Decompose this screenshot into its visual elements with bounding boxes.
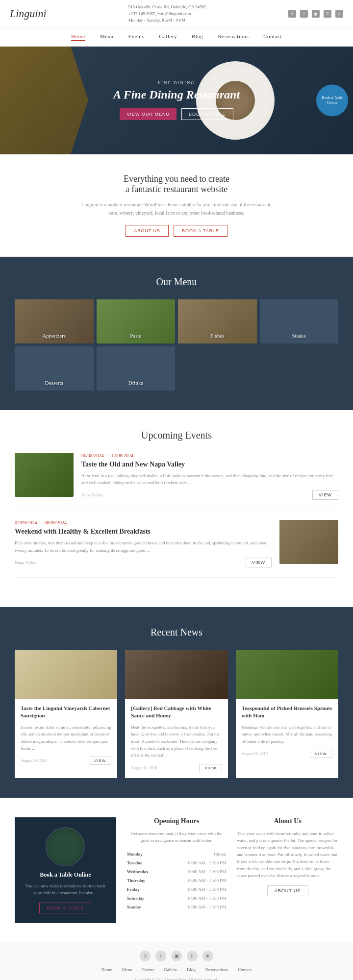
instagram-icon[interactable]: ▣ [312, 10, 320, 18]
news-view-button-2[interactable]: VIEW [199, 764, 222, 772]
menu-item-drinks[interactable]: Drinks [97, 346, 176, 391]
hours-row-saturday: Saturday 10:00 AM - 11:00 PM [127, 894, 227, 902]
menu-item-desserts[interactable]: Desserts [15, 346, 94, 391]
nav-events[interactable]: Events [128, 33, 145, 41]
address: 915 Oakville Cross Rd, Oakville, CA 9456… [128, 4, 206, 11]
hours-day-tuesday: Tuesday [127, 859, 162, 867]
footer-social-icons: 𝕏 f ▣ P ⊕ [8, 951, 345, 961]
hero-tagline: Fine Dining [113, 80, 240, 85]
menu-grid: Appetizers Pasta Fishes Steaks Desserts … [15, 299, 338, 391]
footer-nav-home[interactable]: Home [101, 967, 112, 972]
hours-time-friday: 10:00 AM - 11:00 PM [163, 885, 226, 893]
events-section: Upcoming Events 06/08/2024 — 12/08/2024 … [0, 410, 353, 608]
book-table-circle[interactable]: Book a Table Online [316, 84, 348, 116]
footer-nav-menu[interactable]: Menu [122, 967, 132, 972]
event-image-1 [15, 453, 74, 497]
events-section-title: Upcoming Events [15, 430, 338, 441]
news-card-3: Teaspoonful of Picked Brussels Sprouts w… [236, 650, 338, 778]
hero-title: A Fine Dining Restaurant [113, 88, 240, 101]
news-title-3: Teaspoonful of Picked Brussels Sprouts w… [242, 705, 332, 720]
footer-instagram-icon[interactable]: ▣ [171, 951, 182, 961]
event-view-button-2[interactable]: VIEW [246, 558, 272, 567]
site-logo[interactable]: Linguini [10, 7, 47, 20]
footer-about-desc: Take your sauce with bread-crumbs, and p… [237, 830, 338, 880]
menu-section: Our Menu Appetizers Pasta Fishes Steaks … [0, 257, 353, 410]
event-info-1: 06/08/2024 — 12/08/2024 Taste the Old an… [81, 453, 338, 500]
social-icons: 𝕏 f ▣ P ⚙ [288, 10, 343, 18]
top-header: Linguini 915 Oakville Cross Rd, Oakville… [0, 0, 353, 28]
news-body-2: [Gallery] Red Cabbage with White Sauce a… [125, 699, 227, 778]
footer-nav-events[interactable]: Events [142, 967, 154, 972]
event-meta-2: Napa Valley VIEW [15, 558, 272, 567]
facebook-icon[interactable]: f [300, 10, 308, 18]
nav-contact[interactable]: Contact [263, 33, 282, 41]
news-date-3: August 10, 2016 [242, 752, 268, 756]
footer-nav-contact[interactable]: Contact [238, 967, 252, 972]
footer-book-section: Book a Table Online You can now make res… [15, 817, 116, 923]
news-body-1: Taste the Linguini Vineyards Cabernet Sa… [15, 699, 117, 771]
about-description: Linguini is a modern restaurant WordPres… [78, 200, 275, 217]
book-table-hero-button[interactable]: BOOK A TABLE [181, 108, 233, 120]
news-meta-3: August 10, 2016 VIEW [242, 750, 332, 758]
footer-twitter-icon[interactable]: 𝕏 [140, 951, 151, 961]
about-us-button[interactable]: ABOUT US [126, 225, 169, 237]
hero-section: Fine Dining A Fine Dining Restaurant VIE… [0, 47, 353, 154]
hours-day-monday: Monday [127, 850, 162, 858]
hours-time-tuesday: 10:00 AM - 11:00 PM [163, 859, 226, 867]
menu-item-fishes[interactable]: Fishes [178, 299, 257, 343]
footer-about-button[interactable]: ABOUT US [267, 885, 308, 896]
menu-section-title: Our Menu [15, 276, 338, 288]
menu-item-appetizers[interactable]: Appetizers [15, 299, 94, 343]
event-info-2: 07/09/2024 — 08/09/2024 Weekend with Hea… [15, 520, 272, 567]
footer-book-circle [46, 827, 85, 866]
nav-reservations[interactable]: Reservations [218, 33, 249, 41]
event-card-2: 07/09/2024 — 08/09/2024 Weekend with Hea… [15, 520, 338, 578]
phone: +132 145.6987, info@linguini.com [128, 11, 206, 18]
menu-item-steaks[interactable]: Steaks [260, 299, 339, 343]
event-card-1: 06/08/2024 — 12/08/2024 Taste the Old an… [15, 453, 338, 511]
nav-menu[interactable]: Menu [100, 33, 114, 41]
desserts-label: Desserts [45, 380, 63, 386]
footer-info: Book a Table Online You can now make res… [0, 798, 353, 943]
news-view-button-3[interactable]: VIEW [310, 750, 332, 758]
view-menu-button[interactable]: VIEW OUR MENU [120, 108, 176, 120]
event-date-1: 06/08/2024 — 12/08/2024 [81, 453, 338, 458]
news-body-3: Teaspoonful of Picked Brussels Sprouts w… [236, 699, 338, 764]
footer-pinterest-icon[interactable]: P [187, 951, 198, 961]
footer-book-button[interactable]: BOOK A TABLE [39, 903, 91, 913]
pinterest-icon[interactable]: P [324, 10, 331, 18]
footer-nav-blog[interactable]: Blog [187, 967, 196, 972]
menu-item-pasta[interactable]: Pasta [97, 299, 176, 343]
footer-rss-icon[interactable]: ⊕ [202, 951, 213, 961]
news-date-2: August 11, 2016 [131, 766, 157, 770]
footer-nav-gallery[interactable]: Gallery [164, 967, 177, 972]
news-grid: Taste the Linguini Vineyards Cabernet Sa… [15, 650, 338, 778]
footer-bottom: 𝕏 f ▣ P ⊕ Home Menu Events Gallery Blog … [0, 943, 353, 980]
nav-blog[interactable]: Blog [192, 33, 203, 41]
hours-table: Monday Closed Tuesday 10:00 AM - 11:00 P… [126, 849, 227, 912]
steaks-label: Steaks [292, 333, 306, 339]
book-table-about-button[interactable]: BOOK A TABLE [174, 225, 227, 237]
footer-book-desc: You can now make reservations from to bo… [25, 882, 106, 897]
event-view-button-1[interactable]: VIEW [312, 490, 338, 500]
hours-day-friday: Friday [127, 885, 162, 893]
footer-facebook-icon[interactable]: f [155, 951, 166, 961]
nav-gallery[interactable]: Gallery [159, 33, 177, 41]
news-card-1: Taste the Linguini Vineyards Cabernet Sa… [15, 650, 117, 778]
twitter-icon[interactable]: 𝕏 [288, 10, 296, 18]
about-heading: Everything you need to create a fantasti… [49, 174, 304, 195]
hours-day-sunday: Sunday [127, 903, 162, 911]
event-date-2: 07/09/2024 — 08/09/2024 [15, 520, 272, 525]
news-meta-1: August 19, 2016 VIEW [21, 757, 111, 765]
settings-icon[interactable]: ⚙ [335, 10, 343, 18]
nav-home[interactable]: Home [71, 33, 85, 41]
news-view-button-1[interactable]: VIEW [89, 757, 111, 765]
hours-time-sunday: 10:00 AM - 11:00 PM [163, 903, 226, 911]
news-image-2 [125, 650, 227, 699]
footer-nav-reservations[interactable]: Reservations [205, 967, 228, 972]
about-section: Everything you need to create a fantasti… [0, 154, 353, 256]
hours-row-sunday: Sunday 10:00 AM - 11:00 PM [127, 903, 227, 911]
event-meta-1: Napa Valley VIEW [81, 490, 338, 500]
news-section: Recent News Taste the Linguini Vineyards… [0, 607, 353, 798]
footer-hours-title: Opening Hours [126, 817, 227, 825]
